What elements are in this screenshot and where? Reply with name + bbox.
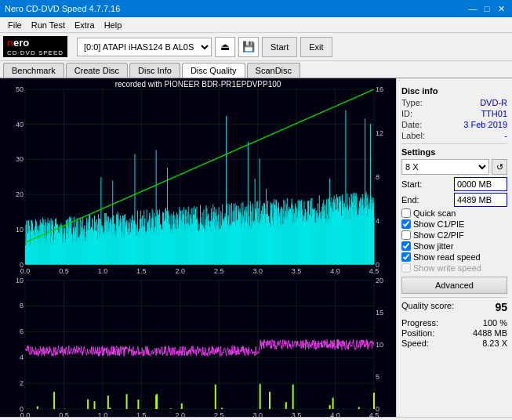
right-panel: Disc info Type: DVD-R ID: TTH01 Date: 3 … [396,78,512,417]
progress-speed-row: Speed: 8.23 X [401,339,507,348]
quick-scan-checkbox[interactable] [401,208,411,218]
show-write-label: Show write speed [413,263,481,273]
show-c2pif-label: Show C2/PIF [413,230,464,240]
progress-label: Progress: [401,318,438,328]
show-jitter-checkbox[interactable] [401,241,411,251]
disc-id-row: ID: TTH01 [401,109,507,118]
start-button[interactable]: Start [262,37,297,57]
disc-label-value: - [504,131,507,140]
quality-score: 95 [495,301,507,313]
eject-button[interactable]: ⏏ [215,37,235,57]
quick-scan-label: Quick scan [413,208,456,218]
chart-area: recorded with PIONEER BDR-PR1EPDVPP100 [0,78,396,417]
tab-disc-quality[interactable]: Disc Quality [182,63,245,78]
titlebar: Nero CD-DVD Speed 4.7.7.16 — □ ✕ [0,0,512,17]
exit-button[interactable]: Exit [300,37,332,57]
quality-row: Quality score: 95 [401,301,507,313]
disc-info-title: Disc info [401,86,507,96]
progress-section: Progress: 100 % Position: 4488 MB Speed:… [401,318,507,348]
show-read-checkbox[interactable] [401,252,411,262]
tabs: Benchmark Create Disc Disc Info Disc Qua… [0,61,512,78]
chart-title: recorded with PIONEER BDR-PR1EPDVPP100 [115,80,281,89]
drive-select[interactable]: [0:0] ATAPI iHAS124 B AL0S [77,38,212,56]
disc-label-row: Label: - [401,131,507,140]
start-row: Start: [401,177,507,191]
settings-title: Settings [401,147,507,157]
position-value: 4488 MB [473,328,507,338]
show-jitter-row: Show jitter [401,241,507,251]
menu-extra[interactable]: Extra [70,19,100,31]
titlebar-title: Nero CD-DVD Speed 4.7.7.16 [5,4,120,13]
date-label: Date: [401,120,422,129]
show-c1pie-checkbox[interactable] [401,219,411,229]
show-write-checkbox [401,263,411,273]
type-value: DVD-R [480,98,507,107]
menu-file[interactable]: File [3,19,27,31]
close-button[interactable]: ✕ [495,2,507,15]
minimize-button[interactable]: — [467,2,479,15]
tab-benchmark[interactable]: Benchmark [3,63,64,78]
speed-row: 8 X ↺ [401,159,507,175]
progress-position-row: Position: 4488 MB [401,328,507,338]
stats-bar: PI Errors Average 1.97 Maximum 24 Total … [0,417,512,420]
end-label: End: [401,195,419,205]
tab-create-disc[interactable]: Create Disc [66,63,128,78]
disc-label-label: Label: [401,131,425,140]
settings-refresh-btn[interactable]: ↺ [492,159,507,175]
menu-run-test[interactable]: Run Test [27,19,70,31]
start-label: Start: [401,179,422,189]
end-row: End: [401,193,507,207]
tab-disc-info[interactable]: Disc Info [129,63,180,78]
progress-value: 100 % [483,318,507,328]
disc-date-row: Date: 3 Feb 2019 [401,120,507,129]
divider-2 [401,297,507,298]
id-label: ID: [401,109,412,118]
main-content: recorded with PIONEER BDR-PR1EPDVPP100 D… [0,78,512,417]
type-label: Type: [401,98,423,107]
progress-progress-row: Progress: 100 % [401,318,507,328]
chart-canvas [0,78,396,417]
tab-scan-disc[interactable]: ScanDisc [247,63,300,78]
date-value: 3 Feb 2019 [463,120,507,129]
show-read-label: Show read speed [413,252,481,262]
toolbar: nero CD·DVD SPEED [0:0] ATAPI iHAS124 B … [0,33,512,61]
speed-select[interactable]: 8 X [401,159,489,175]
id-value: TTH01 [481,109,507,118]
show-c1pie-row: Show C1/PIE [401,219,507,229]
advanced-button[interactable]: Advanced [401,277,507,294]
end-input[interactable] [454,193,507,207]
show-jitter-label: Show jitter [413,241,453,251]
show-c1pie-label: Show C1/PIE [413,219,464,229]
show-c2pif-row: Show C2/PIF [401,230,507,240]
quality-label: Quality score: [401,301,454,313]
quick-scan-row: Quick scan [401,208,507,218]
show-c2pif-checkbox[interactable] [401,230,411,240]
start-input[interactable] [454,177,507,191]
save-button[interactable]: 💾 [238,37,259,57]
nero-logo: nero CD·DVD SPEED [3,36,67,58]
show-write-row: Show write speed [401,263,507,273]
menu-help[interactable]: Help [100,19,127,31]
maximize-button[interactable]: □ [481,2,493,15]
disc-type-row: Type: DVD-R [401,98,507,107]
position-label: Position: [401,328,434,338]
speed-value: 8.23 X [482,339,507,348]
divider-1 [401,143,507,144]
titlebar-controls: — □ ✕ [467,2,507,15]
menubar: File Run Test Extra Help [0,17,512,33]
speed-label: Speed: [401,339,429,348]
show-read-row: Show read speed [401,252,507,262]
